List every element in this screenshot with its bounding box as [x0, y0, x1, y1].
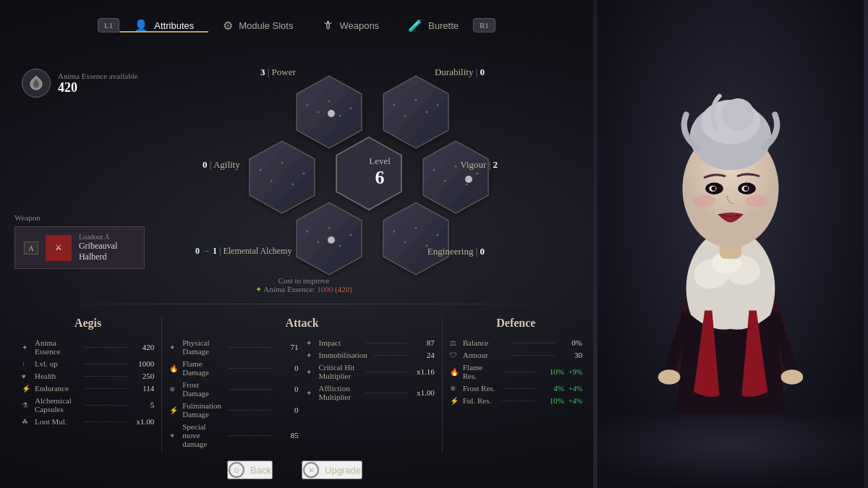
- vigour-label: Vigour | 2: [460, 159, 498, 171]
- svg-rect-21: [597, 414, 864, 488]
- tab-module-slots[interactable]: ⚙ Module Slots: [208, 13, 307, 38]
- svg-point-57: [393, 231, 396, 233]
- svg-marker-56: [383, 202, 448, 275]
- svg-point-52: [328, 227, 331, 229]
- stat-armour: 🛡 Armour 30: [450, 351, 582, 359]
- upgrade-icon: ✕: [303, 462, 319, 478]
- tab-weapons[interactable]: 🗡 Weapons: [307, 13, 393, 38]
- endurance-icon: ⚡: [22, 385, 32, 393]
- bottom-actions: ⊙ Back ✕ Upgrade: [0, 461, 590, 479]
- level-display: Level 6: [336, 155, 423, 189]
- anima-essence-display: Anima Essence available 420: [22, 69, 138, 98]
- frost-dmg-icon: ❄: [169, 385, 179, 393]
- svg-point-26: [339, 115, 341, 117]
- hex-container: 3 | Power Durability | 0 0 | Agility Lev…: [210, 72, 514, 318]
- anima-icon-small: ✦: [22, 343, 32, 351]
- svg-point-46: [466, 184, 468, 186]
- stat-anima-essence: ✦ Anima Essence 420: [22, 338, 154, 356]
- weapon-info: Loadout A Gribeauval Halberd: [79, 233, 135, 262]
- stat-special-move: ✦ Special move damage 85: [169, 422, 298, 448]
- aegis-section: Aegis ✦ Anima Essence 420 ↑ Lvl. up 1000…: [14, 317, 162, 452]
- stat-flame-res: 🔥 Flame Res. 10% +9%: [450, 363, 582, 380]
- frost-res-icon: ❄: [450, 385, 460, 393]
- svg-point-10: [722, 98, 754, 131]
- anima-icon: [22, 69, 51, 98]
- stat-physical-damage: ✦ Physical Damage 71: [169, 338, 298, 356]
- stat-loot-mul: ☘ Loot Mul. x1.00: [22, 417, 154, 426]
- svg-point-59: [415, 227, 417, 229]
- svg-point-30: [393, 104, 396, 106]
- top-navigation: L1 👤 Attributes ⚙ Module Slots 🗡 Weapons…: [0, 0, 593, 51]
- immob-icon: ✦: [306, 351, 316, 359]
- stat-flame-damage: 🔥 Flame Damage 0: [169, 359, 298, 377]
- flame-res-icon: 🔥: [450, 368, 460, 376]
- crit-icon: ✦: [306, 368, 316, 376]
- svg-point-39: [292, 184, 294, 186]
- svg-point-31: [404, 115, 407, 117]
- flame-res-bonus: +9%: [569, 368, 582, 376]
- defence-section: Defence ⚖ Balance 0% 🛡 Armour 30 🔥 Flame…: [443, 317, 590, 452]
- module-slots-icon: ⚙: [223, 19, 233, 33]
- svg-point-32: [415, 99, 417, 101]
- back-button[interactable]: ⊙ Back: [227, 461, 273, 479]
- svg-marker-29: [383, 76, 448, 148]
- svg-point-20: [781, 369, 804, 384]
- durability-label: Durability | 0: [435, 67, 485, 78]
- svg-point-37: [271, 180, 273, 182]
- stat-lvl-up: ↑ Lvl. up 1000: [22, 359, 154, 368]
- svg-point-40: [303, 173, 305, 175]
- upgrade-label: Upgrade: [325, 465, 361, 476]
- svg-point-17: [694, 195, 716, 207]
- special-dmg-icon: ✦: [169, 432, 179, 440]
- tab-burette[interactable]: 🧪 Burette: [393, 13, 473, 38]
- stat-crit-multiplier: ✦ Critical Hit Multiplier x1.16: [306, 363, 435, 380]
- ful-res-icon: ⚡: [450, 397, 460, 405]
- svg-point-50: [307, 231, 309, 233]
- attribute-hex-grid: 3 | Power Durability | 0 0 | Agility Lev…: [145, 72, 579, 333]
- fulm-dmg-icon: ⚡: [169, 406, 179, 414]
- svg-point-18: [745, 195, 767, 207]
- armour-icon: 🛡: [450, 351, 460, 359]
- svg-point-34: [437, 104, 439, 106]
- svg-point-38: [281, 162, 284, 164]
- svg-point-16: [744, 187, 748, 191]
- anima-text: Anima Essence available 420: [58, 72, 138, 95]
- frost-res-bonus: +4%: [569, 385, 582, 393]
- svg-point-48: [465, 176, 472, 183]
- svg-point-24: [318, 111, 320, 114]
- ful-res-bonus: +4%: [569, 397, 582, 405]
- svg-point-15: [711, 187, 715, 191]
- svg-point-61: [437, 234, 439, 236]
- svg-point-45: [455, 166, 457, 168]
- svg-point-36: [260, 169, 262, 171]
- r1-button[interactable]: R1: [473, 18, 495, 33]
- stat-fulmination-damage: ⚡ Fulmination Damage 0: [169, 401, 298, 419]
- loadout-badge: A: [24, 241, 38, 254]
- impact-icon: ✦: [306, 339, 316, 347]
- stat-impact: ✦ Impact 87: [306, 338, 435, 347]
- stat-frost-damage: ❄ Frost Damage 0: [169, 380, 298, 398]
- weapon-icon: ⚔: [46, 235, 72, 261]
- burette-icon: 🧪: [408, 19, 422, 33]
- flame-dmg-icon: 🔥: [169, 364, 179, 372]
- svg-point-23: [307, 104, 309, 106]
- capsules-icon: ⚗: [22, 401, 32, 409]
- svg-point-44: [444, 180, 446, 182]
- phys-dmg-icon: ✦: [169, 343, 179, 351]
- power-label: 3 | Power: [260, 67, 296, 78]
- svg-point-19: [658, 369, 681, 384]
- back-label: Back: [250, 465, 271, 476]
- character-portrait-area: [593, 0, 868, 488]
- stat-immobilisation: ✦ Immobilisation 24: [306, 351, 435, 359]
- elemental-alchemy-label: 0 → 1 | Elemental Alchemy: [195, 246, 292, 257]
- weapons-icon: 🗡: [322, 19, 333, 32]
- engineering-label: Engineering | 0: [427, 246, 485, 257]
- svg-point-27: [350, 108, 352, 110]
- l1-button[interactable]: L1: [98, 18, 119, 33]
- stat-affliction-multiplier: ✦ Affliction Multiplier x1.00: [306, 384, 435, 401]
- svg-point-55: [328, 236, 335, 244]
- upgrade-button[interactable]: ✕ Upgrade: [302, 461, 362, 479]
- svg-marker-35: [250, 141, 315, 213]
- cost-to-improve: Cost to improve ✦ Anima Essence: 1000 (4…: [246, 276, 362, 294]
- tab-attributes[interactable]: 👤 Attributes: [119, 13, 208, 38]
